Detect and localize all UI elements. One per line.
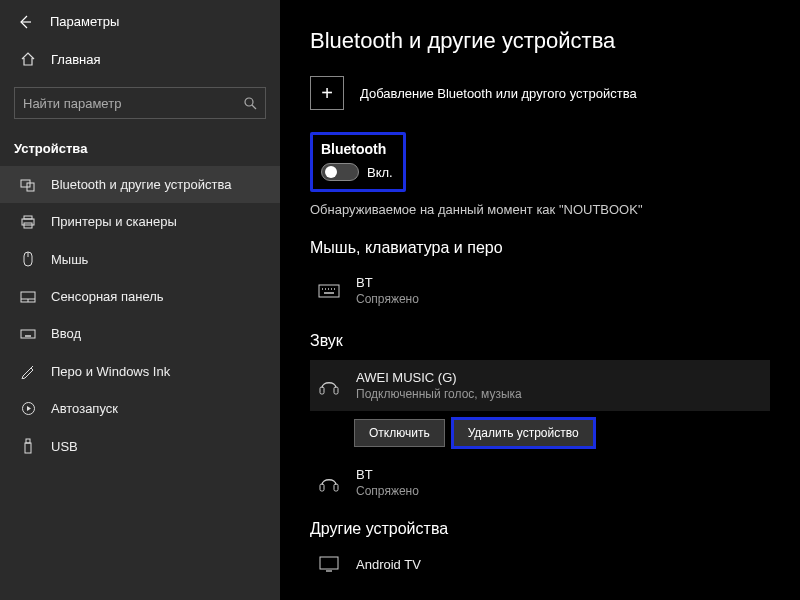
toggle-state-label: Вкл. [367,165,393,180]
keyboard-icon [316,284,342,298]
sound-devices-section: Звук AWEI MUSIC (G) Подключенный голос, … [310,332,770,506]
printer-icon [20,215,36,229]
autoplay-icon [20,401,36,416]
other-devices-section: Другие устройства Android TV [310,520,770,580]
touchpad-icon [20,291,36,303]
svg-rect-17 [320,557,338,569]
back-icon[interactable] [18,15,32,29]
sidebar-item-mouse[interactable]: Мышь [0,240,280,278]
devices-icon [20,178,36,192]
svg-rect-8 [21,330,35,338]
sidebar-header: Параметры [0,0,280,39]
app-title: Параметры [50,14,119,29]
sidebar-item-label: Принтеры и сканеры [51,214,177,229]
input-devices-section: Мышь, клавиатура и перо BT Сопряжено [310,239,770,314]
device-name: BT [356,467,419,482]
device-status: Сопряжено [356,292,419,306]
svg-rect-12 [319,285,339,297]
home-icon [20,51,36,67]
pen-icon [20,363,36,379]
sidebar-item-bluetooth[interactable]: Bluetooth и другие устройства [0,166,280,203]
device-name: AWEI MUSIC (G) [356,370,522,385]
svg-rect-10 [26,439,30,443]
monitor-icon [316,556,342,572]
sidebar-item-label: USB [51,439,78,454]
sidebar-item-label: Перо и Windows Ink [51,364,170,379]
device-status: Подключенный голос, музыка [356,387,522,401]
bluetooth-heading: Bluetooth [321,141,393,157]
mouse-icon [20,251,36,267]
svg-rect-14 [334,387,338,394]
sidebar-home-label: Главная [51,52,100,67]
search-input[interactable] [23,96,243,111]
svg-rect-13 [320,387,324,394]
sidebar-item-usb[interactable]: USB [0,427,280,465]
svg-rect-15 [320,484,324,491]
sidebar-item-label: Сенсорная панель [51,289,164,304]
svg-rect-11 [25,443,31,453]
bluetooth-toggle[interactable] [321,163,359,181]
sidebar-item-autoplay[interactable]: Автозапуск [0,390,280,427]
sidebar-item-printers[interactable]: Принтеры и сканеры [0,203,280,240]
bluetooth-toggle-row: Вкл. [321,163,393,181]
search-box[interactable] [14,87,266,119]
device-name: BT [356,275,419,290]
device-info: AWEI MUSIC (G) Подключенный голос, музык… [356,370,522,401]
remove-device-button[interactable]: Удалить устройство [453,419,594,447]
section-heading-input: Мышь, клавиатура и перо [310,239,770,257]
add-device-button[interactable]: + Добавление Bluetooth или другого устро… [310,76,770,110]
search-icon [243,96,257,110]
headphones-icon [316,376,342,396]
page-title: Bluetooth и другие устройства [310,28,770,54]
sidebar-item-label: Мышь [51,252,88,267]
sidebar-category: Устройства [0,133,280,166]
keyboard-icon [20,329,36,339]
device-status: Сопряжено [356,484,419,498]
bluetooth-toggle-section: Bluetooth Вкл. [310,132,406,192]
device-actions: Отключить Удалить устройство [354,419,770,447]
section-heading-sound: Звук [310,332,770,350]
device-row[interactable]: BT Сопряжено [310,459,770,506]
main-content: Bluetooth и другие устройства + Добавлен… [280,0,800,600]
device-row[interactable]: Android TV [310,548,770,580]
sidebar-item-pen[interactable]: Перо и Windows Ink [0,352,280,390]
device-row[interactable]: BT Сопряжено [310,267,770,314]
headphones-icon [316,473,342,493]
device-info: BT Сопряжено [356,467,419,498]
add-device-label: Добавление Bluetooth или другого устройс… [360,86,637,101]
device-info: BT Сопряжено [356,275,419,306]
section-heading-other: Другие устройства [310,520,770,538]
discoverable-text: Обнаруживаемое на данный момент как "NOU… [310,202,770,217]
usb-icon [20,438,36,454]
svg-rect-16 [334,484,338,491]
sidebar-item-label: Ввод [51,326,81,341]
sidebar-item-home[interactable]: Главная [0,39,280,79]
sidebar-item-label: Bluetooth и другие устройства [51,177,231,192]
toggle-knob [325,166,337,178]
disconnect-button[interactable]: Отключить [354,419,445,447]
sidebar: Параметры Главная Устройства Bluetooth и… [0,0,280,600]
device-info: Android TV [356,557,421,572]
device-name: Android TV [356,557,421,572]
svg-point-0 [245,98,253,106]
plus-icon: + [310,76,344,110]
device-row[interactable]: AWEI MUSIC (G) Подключенный голос, музык… [310,360,770,411]
sidebar-item-label: Автозапуск [51,401,118,416]
sidebar-item-touchpad[interactable]: Сенсорная панель [0,278,280,315]
sidebar-item-typing[interactable]: Ввод [0,315,280,352]
